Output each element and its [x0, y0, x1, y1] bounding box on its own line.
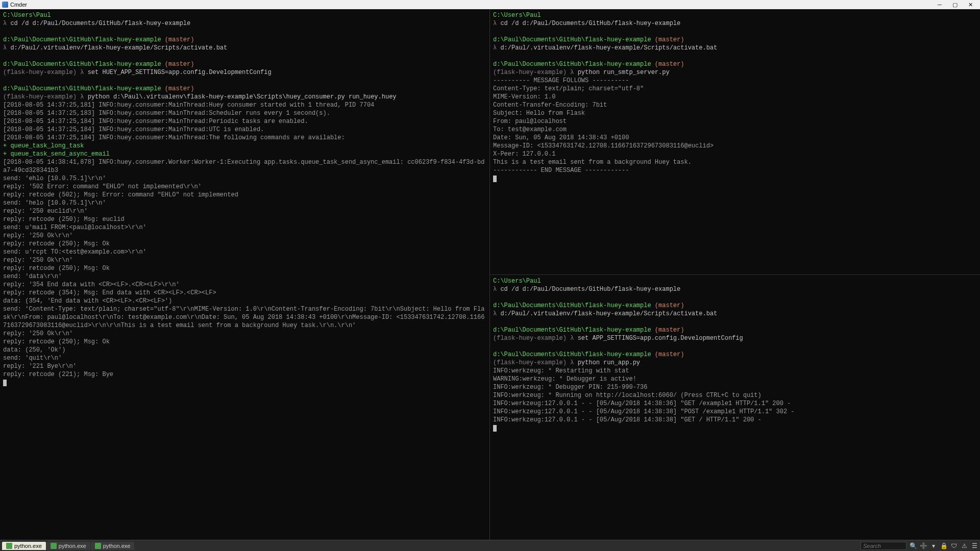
shield-icon[interactable]: 🛡 [950, 542, 958, 549]
terminal-output-line: reply: '250 Ok\r\n' [3, 256, 486, 264]
tab-icon [6, 543, 12, 549]
terminal-area: C:\Users\Paulλ cd /d d:/Paul/Documents/G… [0, 9, 980, 540]
terminal-output-line: [2018-08-05 14:37:25,184] INFO:huey.cons… [3, 134, 486, 142]
tab-icon [95, 543, 101, 549]
cursor [493, 174, 977, 183]
statusbar-right: 🔍 ➕ ▾ 🔒 🛡 ⚠ ☰ [861, 542, 978, 550]
terminal-output-line: ---------- MESSAGE FOLLOWS ---------- [493, 77, 977, 85]
terminal-output-line: data: (354, 'End data with <CR><LF>.<CR>… [3, 297, 486, 305]
tab-label: python.exe [103, 543, 131, 549]
status-bar: python.exe python.exe python.exe 🔍 ➕ ▾ 🔒… [0, 540, 980, 551]
prompt-command: (flask-huey-example) λ set HUEY_APP_SETT… [3, 68, 486, 77]
terminal-output-line: send: 'ehlo [10.0.75.1]\r\n' [3, 174, 486, 183]
prompt-command: (flask-huey-example) λ python run_app.py [493, 359, 977, 367]
prompt-command: (flask-huey-example) λ set APP_SETTINGS=… [493, 334, 977, 342]
terminal-output-line: reply: retcode (250); Msg: Ok [3, 264, 486, 272]
terminal-output-line: INFO:werkzeug:127.0.0.1 - - [05/Aug/2018… [493, 408, 977, 416]
search-input[interactable] [861, 542, 906, 550]
prompt-command: λ d:/Paul/.virtualenv/flask-huey-example… [493, 310, 977, 318]
cursor [493, 424, 977, 432]
prompt-path: d:\Paul\Documents\GitHub\flask-huey-exam… [493, 60, 977, 68]
terminal-output-line: [2018-08-05 14:37:25,183] INFO:huey.cons… [3, 109, 486, 117]
terminal-pane-bottom-right[interactable]: C:\Users\Paulλ cd /d d:/Paul/Documents/G… [490, 275, 980, 540]
terminal-output-line: X-Peer: 127.0.0.1 [493, 150, 977, 158]
terminal-output-line: Date: Sun, 05 Aug 2018 14:38:43 +0100 [493, 134, 977, 142]
terminal-output-line: Content-Transfer-Encoding: 7bit [493, 101, 977, 109]
terminal-output-line: reply: '250 euclid\r\n' [3, 207, 486, 215]
app-icon [2, 2, 8, 8]
prompt-path: d:\Paul\Documents\GitHub\flask-huey-exam… [3, 36, 486, 44]
terminal-output-line: send: u'mail FROM:<paul@localhost>\r\n' [3, 223, 486, 232]
terminal-output-line: reply: '250 Ok\r\n' [3, 330, 486, 338]
terminal-output-line: MIME-Version: 1.0 [493, 93, 977, 101]
terminal-output-line: reply: '354 End data with <CR><LF>.<CR><… [3, 281, 486, 289]
terminal-output-line: [2018-08-05 14:37:25,184] INFO:huey.cons… [3, 126, 486, 134]
terminal-output-line: reply: retcode (354); Msg: End data with… [3, 289, 486, 297]
terminal-output-line: Content-Type: text/plain; charset="utf-8… [493, 85, 977, 93]
prompt-command: λ d:/Paul/.virtualenv/flask-huey-example… [493, 44, 977, 52]
terminal-output-line: reply: '250 Ok\r\n' [3, 232, 486, 240]
lock-icon[interactable]: 🔒 [940, 542, 947, 549]
prompt-path: d:\Paul\Documents\GitHub\flask-huey-exam… [3, 85, 486, 93]
window-title: Cmder [10, 2, 27, 8]
terminal-output-line: [2018-08-05 14:37:25,181] INFO:huey.cons… [3, 101, 486, 109]
prompt-command: λ cd /d d:/Paul/Documents/GitHub/flask-h… [493, 285, 977, 293]
titlebar: Cmder ─ ▢ ✕ [0, 0, 980, 9]
terminal-output-line: INFO:werkzeug: * Debugger PIN: 215-990-7… [493, 383, 977, 391]
tab-2[interactable]: python.exe [46, 542, 90, 550]
prompt-path: d:\Paul\Documents\GitHub\flask-huey-exam… [493, 350, 977, 359]
warning-icon[interactable]: ⚠ [961, 542, 968, 549]
terminal-output-line: INFO:werkzeug: * Running on http://local… [493, 391, 977, 399]
terminal-output-line: WARNING:werkzeug: * Debugger is active! [493, 375, 977, 383]
terminal-output-line: data: (250, 'Ok') [3, 346, 486, 354]
prompt-path: C:\Users\Paul [493, 277, 977, 285]
terminal-output-line: send: 'helo [10.0.75.1]\r\n' [3, 199, 486, 207]
tab-icon [51, 543, 57, 549]
window-controls: ─ ▢ ✕ [932, 0, 978, 9]
terminal-output-line: INFO:werkzeug: * Restarting with stat [493, 367, 977, 375]
prompt-path: d:\Paul\Documents\GitHub\flask-huey-exam… [3, 60, 486, 68]
terminal-pane-left[interactable]: C:\Users\Paulλ cd /d d:/Paul/Documents/G… [0, 9, 490, 540]
prompt-path: d:\Paul\Documents\GitHub\flask-huey-exam… [493, 36, 977, 44]
prompt-command: λ cd /d d:/Paul/Documents/GitHub/flask-h… [3, 19, 486, 28]
prompt-path: C:\Users\Paul [3, 11, 486, 19]
terminal-output-line: ------------ END MESSAGE ------------ [493, 166, 977, 174]
terminal-output-line: From: paul@localhost [493, 117, 977, 126]
tab-label: python.exe [59, 543, 86, 549]
terminal-pane-top-right[interactable]: C:\Users\Paulλ cd /d d:/Paul/Documents/G… [490, 9, 980, 275]
terminal-output-line: Subject: Hello from Flask [493, 109, 977, 117]
terminal-output-line: send: 'data\r\n' [3, 272, 486, 281]
tab-1[interactable]: python.exe [2, 542, 46, 550]
terminal-output-line: reply: retcode (250); Msg: euclid [3, 215, 486, 223]
search-icon[interactable]: 🔍 [910, 542, 917, 549]
dropdown-icon[interactable]: ▾ [930, 542, 937, 549]
terminal-output-line: send: 'quit\r\n' [3, 354, 486, 362]
tab-3[interactable]: python.exe [91, 542, 135, 550]
terminal-output-line: reply: retcode (250); Msg: Ok [3, 240, 486, 248]
prompt-command: (flask-huey-example) λ python d:\Paul\.v… [3, 93, 486, 101]
terminal-output-line: reply: '502 Error: command "EHLO" not im… [3, 183, 486, 191]
terminal-pane-right: C:\Users\Paulλ cd /d d:/Paul/Documents/G… [490, 9, 980, 540]
prompt-command: λ d:/Paul/.virtualenv/flask-huey-example… [3, 44, 486, 52]
terminal-output-line: + queue_task_long_task [3, 142, 486, 150]
menu-icon[interactable]: ☰ [971, 542, 978, 549]
close-button[interactable]: ✕ [963, 0, 978, 9]
terminal-output-line: To: test@example.com [493, 126, 977, 134]
terminal-output-line: send: u'rcpt TO:<test@example.com>\r\n' [3, 248, 486, 256]
terminal-output-line: INFO:werkzeug:127.0.0.1 - - [05/Aug/2018… [493, 399, 977, 408]
terminal-output-line: [2018-08-05 14:37:25,184] INFO:huey.cons… [3, 117, 486, 126]
maximize-button[interactable]: ▢ [947, 0, 963, 9]
prompt-command: (flask-huey-example) λ python run_smtp_s… [493, 68, 977, 77]
terminal-output-line: reply: retcode (250); Msg: Ok [3, 338, 486, 346]
terminal-output-line: [2018-08-05 14:38:41,878] INFO:huey.cons… [3, 158, 486, 174]
minimize-button[interactable]: ─ [932, 0, 947, 9]
tab-label: python.exe [14, 543, 42, 549]
prompt-path: C:\Users\Paul [493, 11, 977, 19]
add-tab-icon[interactable]: ➕ [920, 542, 927, 549]
terminal-output-line: reply: retcode (221); Msg: Bye [3, 370, 486, 379]
terminal-output-line: This is a test email sent from a backgro… [493, 158, 977, 166]
prompt-path: d:\Paul\Documents\GitHub\flask-huey-exam… [493, 302, 977, 310]
terminal-output-line: send: 'Content-Type: text/plain; charset… [3, 305, 486, 330]
prompt-command: λ cd /d d:/Paul/Documents/GitHub/flask-h… [493, 19, 977, 28]
terminal-output-line: Message-ID: <153347631742.12708.11667163… [493, 142, 977, 150]
